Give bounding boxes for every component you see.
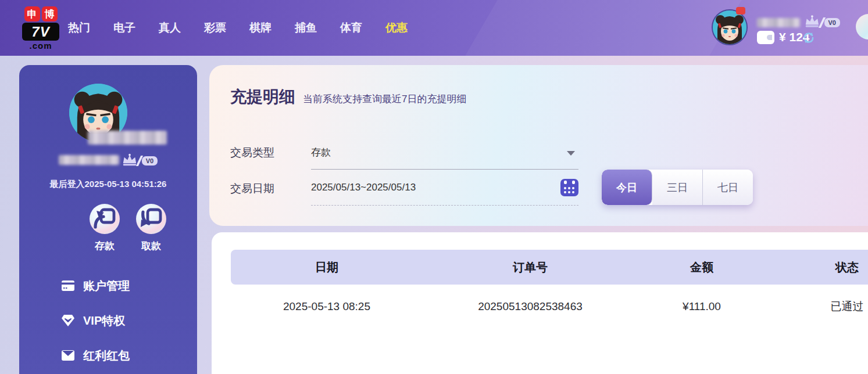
cell-amount: ¥111.00 <box>638 300 766 313</box>
cell-order: 20250513082538463 <box>423 300 638 313</box>
table-row: 2025-05-13 08:25 20250513082538463 ¥111.… <box>231 285 868 329</box>
logo-seal-left: 申 <box>24 6 40 21</box>
deposit-arrow-icon <box>90 204 120 234</box>
withdraw-arrow-icon <box>136 204 166 234</box>
card-icon <box>61 280 75 292</box>
envelope-icon <box>61 350 75 361</box>
nav-item-promo[interactable]: 优惠 <box>385 20 408 35</box>
transaction-type-select[interactable]: 存款 <box>311 146 331 159</box>
navbar-sheen <box>444 0 755 56</box>
table-header-row: 日期 订单号 金额 状态 <box>231 250 868 285</box>
transaction-type-label: 交易类型 <box>230 145 274 160</box>
col-header-order: 订单号 <box>423 260 638 275</box>
transaction-date-label: 交易日期 <box>230 181 274 196</box>
gem-icon <box>61 314 75 327</box>
records-panel: 日期 订单号 金额 状态 2025-05-13 08:25 2025051308… <box>212 232 868 374</box>
logo-7v: 7V <box>22 23 59 41</box>
filter-panel: 充提明细 当前系统支持查询最近7日的充提明细 交易类型 存款 交易日期 2025… <box>209 65 868 226</box>
type-field-underline <box>311 169 578 170</box>
withdraw-button[interactable] <box>136 204 166 234</box>
sidebar-item-label: 账户管理 <box>83 278 130 294</box>
nav-item-sports[interactable]: 体育 <box>340 20 362 35</box>
sidebar-item-label: VIP特权 <box>83 313 125 329</box>
nav-item-cards[interactable]: 棋牌 <box>249 20 272 35</box>
crown-icon <box>804 15 820 28</box>
main-nav: 热门 电子 真人 彩票 棋牌 捕鱼 体育 优惠 <box>68 0 408 56</box>
col-header-amount: 金额 <box>638 260 766 275</box>
nav-item-lottery[interactable]: 彩票 <box>204 20 226 35</box>
avatar-illustration <box>713 10 746 44</box>
vip-badge: V0 <box>824 18 840 27</box>
page: 申 博 7V .com 热门 电子 真人 彩票 棋牌 捕鱼 体育 优惠 <box>0 0 868 374</box>
calendar-icon[interactable] <box>560 179 578 196</box>
nav-item-slots[interactable]: 电子 <box>113 20 135 35</box>
col-header-status: 状态 <box>766 260 868 275</box>
chevron-down-icon[interactable] <box>567 151 575 156</box>
sidebar-item-account[interactable]: 账户管理 <box>61 277 189 294</box>
nav-item-live[interactable]: 真人 <box>159 20 181 35</box>
wallet-icon <box>757 31 774 44</box>
brand-logo[interactable]: 申 博 7V .com <box>20 6 62 50</box>
range-button-7days[interactable]: 七日 <box>703 170 753 205</box>
nav-item-hot[interactable]: 热门 <box>68 20 90 35</box>
page-subtitle: 当前系统支持查询最近7日的充提明细 <box>303 92 466 106</box>
date-range-segmented-control: 今日 三日 七日 <box>602 170 753 205</box>
avatar-censor-blur <box>88 131 167 145</box>
sidebar-vip-badge: V0 <box>142 156 158 166</box>
sidebar: V0 最后登入2025-05-13 04:51:26 存款 取款 <box>19 65 197 374</box>
sidebar-username-blurred <box>59 155 119 165</box>
sidebar-item-vip[interactable]: VIP特权 <box>61 312 189 329</box>
range-button-3days[interactable]: 三日 <box>652 170 703 205</box>
sidebar-vip-indicator: V0 <box>122 153 158 167</box>
user-avatar[interactable] <box>712 9 748 45</box>
sidebar-user-row: V0 <box>19 153 197 167</box>
logo-com: .com <box>20 41 62 50</box>
vip-level-indicator: V0 <box>804 11 840 28</box>
withdraw-label: 取款 <box>136 239 166 253</box>
sidebar-item-label: 红利红包 <box>83 348 130 364</box>
sidebar-item-bonus[interactable]: 红利红包 <box>61 347 189 364</box>
refresh-balance-icon[interactable] <box>802 31 815 44</box>
floating-service-button[interactable] <box>856 14 868 39</box>
logo-seal-right: 博 <box>42 6 58 21</box>
crown-icon <box>122 153 138 167</box>
page-title: 充提明细 <box>230 86 295 108</box>
deposit-button[interactable] <box>90 204 120 234</box>
deposit-label: 存款 <box>90 239 120 253</box>
col-header-date: 日期 <box>231 260 423 275</box>
cell-date: 2025-05-13 08:25 <box>231 300 423 313</box>
range-button-today[interactable]: 今日 <box>602 170 652 205</box>
nav-item-fishing[interactable]: 捕鱼 <box>295 20 317 35</box>
transaction-date-input[interactable]: 2025/05/13~2025/05/13 <box>311 182 416 193</box>
notification-badge <box>736 7 745 15</box>
last-login-text: 最后登入2025-05-13 04:51:26 <box>19 179 197 190</box>
records-table: 日期 订单号 金额 状态 2025-05-13 08:25 2025051308… <box>231 250 868 329</box>
cell-status: 已通过 <box>766 299 868 314</box>
date-field-underline <box>311 205 578 206</box>
top-navbar: 申 博 7V .com 热门 电子 真人 彩票 棋牌 捕鱼 体育 优惠 <box>0 0 868 56</box>
username-blurred <box>757 18 800 27</box>
